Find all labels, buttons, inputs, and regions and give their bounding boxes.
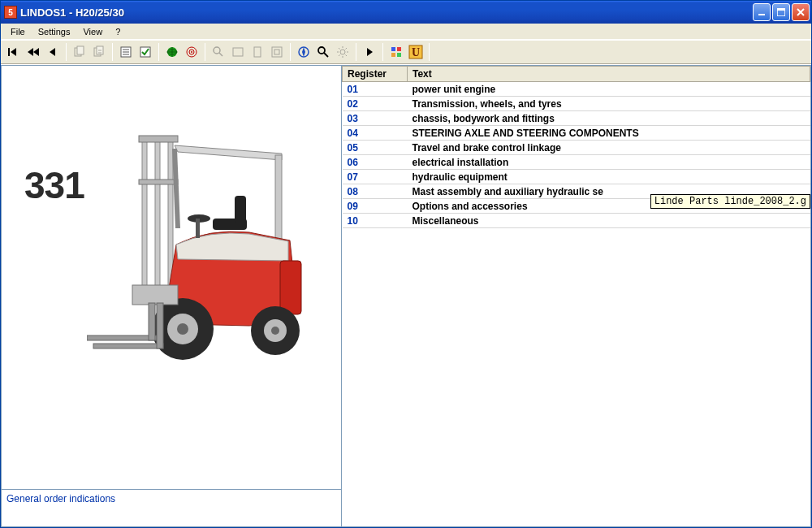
svg-text:U: U (412, 46, 420, 58)
register-cell: 10 (343, 214, 408, 228)
svg-rect-37 (139, 136, 178, 142)
tooltip: Linde Parts linde_2008_2.g (650, 194, 810, 209)
content-area: 331 (1, 64, 811, 527)
text-cell: hydraulic equipment (408, 170, 810, 184)
toolbar-separator (429, 43, 430, 61)
svg-rect-43 (196, 219, 200, 238)
register-cell: 05 (343, 141, 408, 155)
text-cell: Miscellaneous (408, 214, 810, 228)
svg-marker-4 (11, 48, 16, 56)
list-button[interactable] (116, 42, 136, 62)
svg-rect-28 (391, 47, 395, 51)
svg-rect-52 (87, 335, 157, 340)
svg-point-26 (340, 50, 345, 54)
svg-rect-39 (275, 155, 282, 245)
menu-view[interactable]: View (76, 25, 109, 38)
svg-rect-31 (397, 53, 401, 57)
toolbar-separator (112, 43, 113, 61)
col-header-register[interactable]: Register (343, 67, 408, 82)
table-row[interactable]: 10Miscellaneous (343, 214, 810, 228)
table-row[interactable]: 04STEERING AXLE AND STEERING COMPONENTS (343, 126, 810, 141)
register-cell: 09 (343, 199, 408, 214)
text-cell: STEERING AXLE AND STEERING COMPONENTS (408, 126, 810, 141)
toolbar-separator (66, 43, 67, 61)
svg-rect-53 (93, 344, 163, 348)
svg-rect-41 (235, 196, 246, 223)
checklist-button[interactable] (136, 42, 155, 62)
register-cell: 01 (343, 82, 408, 97)
menu-bar: File Settings View ? (1, 24, 811, 40)
table-row[interactable]: 07hydraulic equipment (343, 170, 810, 184)
svg-rect-35 (155, 137, 160, 288)
svg-rect-3 (8, 48, 10, 56)
nav-forward-button[interactable] (360, 42, 379, 62)
nav-back-button[interactable] (43, 42, 63, 62)
svg-rect-2 (777, 8, 785, 11)
svg-rect-20 (233, 48, 243, 56)
text-cell: electrical installation (408, 155, 810, 170)
text-cell: power unit engine (408, 82, 810, 97)
fit-width-button[interactable] (228, 42, 248, 62)
menu-file[interactable]: File (4, 25, 32, 38)
table-row[interactable]: 06electrical installation (343, 155, 810, 170)
nav-first-button[interactable] (4, 42, 24, 62)
svg-marker-6 (33, 48, 39, 56)
svg-point-18 (191, 51, 192, 53)
actual-size-button[interactable] (267, 42, 287, 62)
svg-rect-21 (254, 47, 261, 57)
grid-button[interactable] (387, 42, 406, 62)
maximize-button[interactable] (772, 3, 790, 21)
col-header-text[interactable]: Text (408, 67, 810, 82)
target-button[interactable] (182, 42, 201, 62)
search-button[interactable] (313, 42, 333, 62)
globe-button[interactable] (162, 42, 182, 62)
table-row[interactable]: 03chassis, bodywork and fittings (343, 111, 810, 126)
svg-point-19 (214, 47, 220, 54)
model-number: 331 (24, 163, 84, 207)
zoom-button[interactable] (209, 42, 228, 62)
settings-gear-button[interactable] (333, 42, 352, 62)
svg-point-25 (318, 47, 325, 54)
svg-rect-38 (139, 180, 178, 184)
toolbar: U (1, 40, 811, 64)
table-row[interactable]: 02Transmission, wheels, and tyres (343, 97, 810, 111)
svg-rect-29 (397, 47, 401, 51)
register-cell: 02 (343, 97, 408, 111)
text-cell: Transmission, wheels, and tyres (408, 97, 810, 111)
svg-rect-55 (157, 303, 163, 348)
svg-rect-44 (280, 261, 301, 314)
minimize-button[interactable] (753, 3, 771, 21)
svg-marker-5 (28, 48, 33, 56)
u-button[interactable]: U (406, 42, 425, 62)
compass-button[interactable] (294, 42, 313, 62)
svg-rect-1 (777, 8, 785, 16)
nav-fast-back-button[interactable] (24, 42, 43, 62)
register-cell: 08 (343, 184, 408, 199)
toolbar-separator (158, 43, 159, 61)
general-order-link[interactable]: General order indications (2, 489, 341, 526)
paste-page-button[interactable] (89, 42, 109, 62)
svg-point-50 (177, 323, 188, 335)
table-row[interactable]: 01power unit engine (343, 82, 810, 97)
svg-rect-54 (149, 303, 155, 340)
text-cell: chassis, bodywork and fittings (408, 111, 810, 126)
window-controls (753, 3, 810, 21)
title-bar: 5 LINDOS1 - H20/25/30 (1, 1, 811, 24)
toolbar-separator (356, 43, 356, 61)
model-image-area: 331 (2, 66, 341, 489)
table-row[interactable]: 05Travel and brake control linkage (343, 141, 810, 155)
close-button[interactable] (792, 3, 810, 21)
toolbar-separator (205, 43, 205, 61)
svg-rect-36 (168, 137, 173, 288)
menu-help[interactable]: ? (109, 25, 127, 38)
fit-page-button[interactable] (248, 42, 267, 62)
svg-rect-34 (142, 137, 147, 288)
menu-settings[interactable]: Settings (32, 25, 77, 38)
toolbar-separator (382, 43, 383, 61)
svg-rect-0 (758, 14, 765, 15)
copy-page-button[interactable] (70, 42, 89, 62)
svg-rect-30 (391, 53, 395, 57)
forklift-illustration (87, 131, 322, 374)
right-pane: Register Text 01power unit engine02Trans… (342, 65, 811, 527)
svg-rect-23 (274, 50, 279, 54)
